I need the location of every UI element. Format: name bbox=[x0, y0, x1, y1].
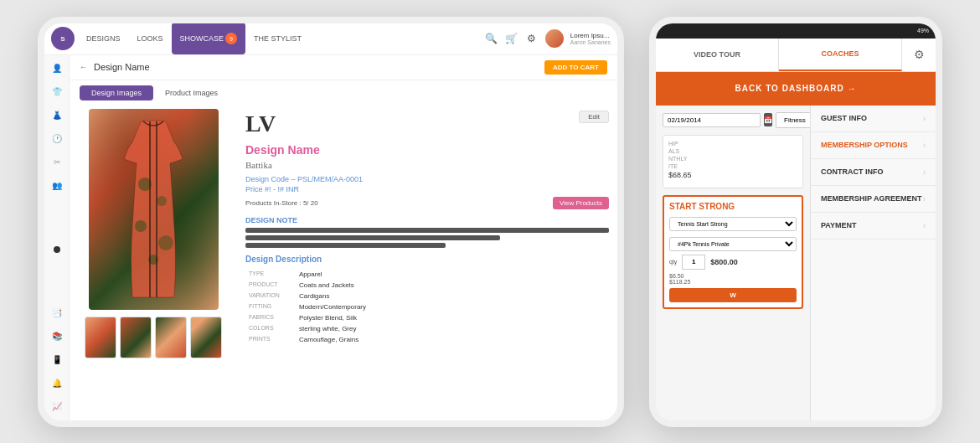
thumbnail-2[interactable] bbox=[120, 317, 152, 358]
price-info: Price #! - !# INR bbox=[245, 185, 299, 193]
sidebar-icon-profile[interactable]: 👤 bbox=[50, 62, 64, 75]
view-products-button[interactable]: View Products bbox=[553, 197, 609, 209]
panel-item-contract-info[interactable]: CONTRACT INFO › bbox=[811, 159, 936, 186]
table-row: FABRICS Polyster Blend, Silk bbox=[245, 312, 609, 323]
nav-video-tour[interactable]: VIDEO TOUR bbox=[656, 39, 779, 71]
user-name: Lorem Ipsu... Aaron Sananes bbox=[570, 32, 611, 45]
detail-value-fitting: Modern/Contemporary bbox=[296, 301, 609, 312]
product-name: Design Name bbox=[245, 143, 609, 157]
sidebar-icon-scissors[interactable]: ✂ bbox=[50, 156, 64, 169]
design-desc-title: Design Description bbox=[245, 255, 609, 264]
sidebar-icon-clock[interactable]: 🕐 bbox=[50, 132, 64, 146]
edit-button[interactable]: Edit bbox=[579, 111, 609, 123]
dress-svg bbox=[111, 117, 195, 301]
start-strong-title: START STRONG bbox=[669, 202, 797, 211]
right-tablet: 49% VIDEO TOUR COACHES ⚙ BACK TO DASHBOA… bbox=[649, 17, 942, 427]
back-button[interactable]: ← bbox=[80, 63, 87, 71]
membership-nthly-label: nthly bbox=[668, 156, 797, 162]
nav-item-stylist[interactable]: THE STYLIST bbox=[245, 23, 310, 55]
sub-prices: $6.50 $118.25 bbox=[669, 273, 797, 285]
sidebar-icon-layers[interactable]: 📚 bbox=[50, 330, 64, 343]
table-row: PRINTS Camouflage, Grains bbox=[245, 334, 609, 345]
tab-product-images[interactable]: Product Images bbox=[153, 85, 230, 100]
nav-coaches[interactable]: COACHES bbox=[779, 39, 902, 71]
membership-als-label: als bbox=[668, 148, 797, 154]
detail-label-product: PRODUCT bbox=[245, 280, 296, 291]
detail-value-type: Apparel bbox=[296, 269, 609, 280]
back-dashboard-button[interactable]: BACK TO DASHBOARD → bbox=[656, 72, 936, 106]
svg-point-3 bbox=[158, 235, 173, 250]
membership-ite-label: ite bbox=[668, 163, 797, 169]
nav-gear-icon[interactable]: ⚙ bbox=[902, 48, 936, 61]
battery-status: 49% bbox=[917, 28, 929, 33]
product-image-col bbox=[70, 106, 237, 420]
note-line-2 bbox=[245, 235, 500, 240]
detail-label-fabrics: FABRICS bbox=[245, 312, 296, 323]
tennis-private-select[interactable]: #4Pk Tennis Private bbox=[669, 237, 797, 251]
panel-item-membership-agreement[interactable]: MEMBERSHIP AGREEMENT › bbox=[811, 186, 936, 213]
detail-label-type: TYPE bbox=[245, 269, 296, 280]
thumbnail-3[interactable] bbox=[155, 317, 187, 358]
membership-hip-label: hip bbox=[668, 141, 797, 147]
sub-price-1: $6.50 bbox=[669, 273, 797, 279]
note-line-3 bbox=[245, 243, 446, 248]
product-details-col: LV Edit Design Name Battika Design Code … bbox=[237, 106, 617, 420]
table-row: COLORS sterling white, Grey bbox=[245, 323, 609, 334]
chevron-icon-1: › bbox=[923, 141, 926, 150]
panel-item-payment[interactable]: PAYMENT › bbox=[811, 213, 936, 240]
right-left-panel: 📅 Fitness hip als nthly ite $68.65 START… bbox=[656, 106, 811, 420]
membership-agreement-label: MEMBERSHIP AGREEMENT bbox=[821, 194, 922, 203]
start-strong-card: START STRONG Tennis Start Strong #4Pk Te… bbox=[663, 195, 803, 309]
brand-script: Battika bbox=[245, 160, 609, 170]
sidebar-icon-dress[interactable]: 👗 bbox=[50, 109, 64, 122]
settings-icon[interactable]: ⚙ bbox=[525, 32, 539, 45]
guest-info-label: GUEST INFO bbox=[821, 114, 867, 122]
tennis-start-strong-select[interactable]: Tennis Start Strong bbox=[669, 217, 797, 231]
main-product-image bbox=[89, 109, 219, 310]
sidebar-icon-shirt[interactable]: 👕 bbox=[50, 85, 64, 99]
sidebar-icon-group[interactable]: 👥 bbox=[50, 179, 64, 193]
thumbnail-1[interactable] bbox=[85, 317, 116, 358]
app-nav: VIDEO TOUR COACHES ⚙ bbox=[656, 39, 936, 72]
sidebar-icon-bookmark[interactable]: 📑 bbox=[50, 306, 64, 320]
orange-action-button[interactable]: W bbox=[669, 288, 797, 302]
sidebar-icon-bell[interactable]: 🔔 bbox=[50, 377, 64, 390]
membership-info-card: hip als nthly ite $68.65 bbox=[663, 135, 803, 188]
chevron-icon-3: › bbox=[923, 194, 926, 203]
nav-item-looks[interactable]: LOOKS bbox=[129, 23, 172, 55]
nav-showcase-label: SHOWCASE bbox=[180, 34, 224, 43]
left-tablet: S DESIGNS LOOKS SHOWCASE 9 THE STYLIST 🔍… bbox=[38, 17, 624, 427]
fitness-select-inline[interactable]: Fitness bbox=[776, 112, 811, 128]
table-row: FITTING Modern/Contemporary bbox=[245, 301, 609, 312]
right-content: 📅 Fitness hip als nthly ite $68.65 START… bbox=[656, 106, 936, 420]
sidebar-icon-mobile[interactable]: 📱 bbox=[50, 353, 64, 367]
calendar-icon[interactable]: 📅 bbox=[764, 113, 772, 126]
detail-value-colors: sterling white, Grey bbox=[296, 323, 609, 334]
sidebar-icon-chart[interactable]: 📈 bbox=[50, 400, 64, 414]
panel-item-membership-options[interactable]: MEMBERSHIP OPTIONS › bbox=[811, 132, 936, 159]
design-code: Design Code – PSL/MEM/AA-0001 bbox=[245, 175, 609, 183]
add-to-cart-button[interactable]: ADD TO CART bbox=[544, 60, 607, 75]
date-input[interactable] bbox=[663, 113, 761, 127]
table-row: PRODUCT Coats and Jackets bbox=[245, 280, 609, 291]
date-row: 📅 Fitness bbox=[663, 112, 803, 128]
sidebar-dot bbox=[54, 246, 60, 253]
nav-items: DESIGNS LOOKS SHOWCASE 9 THE STYLIST bbox=[78, 23, 482, 55]
sidebar-icons: 👤 👕 👗 🕐 ✂ 👥 📑 📚 📱 🔔 📈 bbox=[44, 55, 70, 420]
detail-table: TYPE Apparel PRODUCT Coats and Jackets V… bbox=[245, 269, 609, 345]
search-icon[interactable]: 🔍 bbox=[485, 32, 498, 45]
panel-item-guest-info[interactable]: GUEST INFO › bbox=[811, 106, 936, 132]
tab-design-images[interactable]: Design Images bbox=[80, 85, 153, 100]
left-tablet-inner: S DESIGNS LOOKS SHOWCASE 9 THE STYLIST 🔍… bbox=[44, 23, 617, 420]
detail-value-variation: Cardigans bbox=[296, 291, 609, 301]
thumbnail-4[interactable] bbox=[190, 317, 222, 358]
nav-item-designs[interactable]: DESIGNS bbox=[78, 23, 129, 55]
thumbnail-row bbox=[85, 317, 222, 358]
svg-point-1 bbox=[157, 196, 167, 206]
detail-value-prints: Camouflage, Grains bbox=[296, 334, 609, 345]
nav-item-showcase[interactable]: SHOWCASE 9 bbox=[172, 23, 246, 55]
membership-price: $68.65 bbox=[668, 171, 797, 179]
qty-box[interactable]: 1 bbox=[682, 255, 705, 270]
nav-showcase-badge: 9 bbox=[225, 33, 237, 44]
cart-icon[interactable]: 🛒 bbox=[505, 32, 518, 45]
